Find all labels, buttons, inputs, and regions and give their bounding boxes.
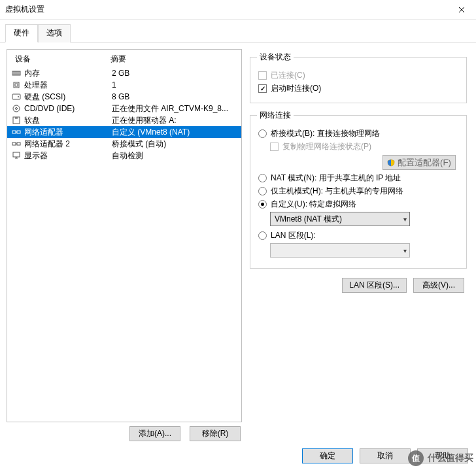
bridged-row[interactable]: 桥接模式(B): 直接连接物理网络 [257,128,460,139]
lanseg-row[interactable]: LAN 区段(L): [257,230,460,241]
svg-rect-8 [15,117,18,119]
hostonly-label: 仅主机模式(H): 与主机共享的专用网络 [271,186,403,197]
device-list-header: 设备 摘要 [7,51,241,67]
connect-poweron-row[interactable]: 启动时连接(O) [257,83,460,94]
device-row[interactable]: 网络适配器自定义 (VMnet8 (NAT) [7,126,241,138]
cd-icon [11,104,22,113]
radio-icon [258,129,267,138]
content-area: 设备 摘要 内存2 GB处理器1硬盘 (SCSI)8 GBCD/DVD (IDE… [0,42,476,441]
svg-rect-3 [12,94,20,99]
device-summary: 8 GB [112,92,240,101]
device-list[interactable]: 内存2 GB处理器1硬盘 (SCSI)8 GBCD/DVD (IDE)正在使用文… [7,67,241,422]
right-panel: 设备状态 已连接(C) 启动时连接(O) 网络连接 桥接模式(B): 直接连接物… [250,49,469,441]
device-status-group: 设备状态 已连接(C) 启动时连接(O) [250,52,467,103]
device-name: 显示器 [24,150,112,161]
display-icon [11,151,22,160]
device-name: 网络适配器 [24,127,112,138]
titlebar: 虚拟机设置 [0,0,476,20]
device-name: 网络适配器 2 [24,139,112,150]
svg-point-4 [18,96,19,97]
device-name: CD/DVD (IDE) [24,104,112,113]
device-summary: 自定义 (VMnet8 (NAT) [112,127,240,138]
right-button-row: LAN 区段(S)... 高级(V)... [250,275,467,293]
net-icon [11,139,22,148]
radio-icon [258,174,267,182]
ok-button[interactable]: 确定 [302,448,353,463]
custom-network-combo[interactable]: VMnet8 (NAT 模式) ▾ [270,212,410,226]
tabs-bar: 硬件 选项 [0,20,476,42]
left-column: 设备 摘要 内存2 GB处理器1硬盘 (SCSI)8 GBCD/DVD (IDE… [7,49,242,441]
header-device: 设备 [11,54,110,65]
chevron-down-icon: ▾ [403,247,407,254]
device-row[interactable]: 处理器1 [7,79,241,91]
disk-icon [11,92,22,101]
device-summary: 1 [112,80,240,90]
lanseg-combo: ▾ [270,243,410,258]
cpu-icon [11,80,22,90]
shield-icon [387,159,395,167]
device-row[interactable]: 硬盘 (SCSI)8 GB [7,91,241,103]
connect-poweron-label: 启动时连接(O) [271,83,321,94]
device-name: 处理器 [24,80,112,91]
remove-button[interactable]: 移除(R) [190,426,241,441]
device-name: 内存 [24,68,112,79]
svg-rect-10 [17,131,20,133]
device-row[interactable]: 软盘正在使用驱动器 A: [7,114,241,126]
memory-icon [11,69,22,78]
device-summary: 2 GB [112,69,240,78]
checkbox-icon [258,84,267,93]
svg-rect-1 [14,82,19,88]
hostonly-row[interactable]: 仅主机模式(H): 与主机共享的专用网络 [257,186,460,197]
bridged-label: 桥接模式(B): 直接连接物理网络 [271,128,380,139]
connected-label: 已连接(C) [271,70,305,81]
device-row[interactable]: 网络适配器 2桥接模式 (自动) [7,138,241,150]
custom-row[interactable]: 自定义(U): 特定虚拟网络 [257,199,460,210]
watermark-text: 什么值得买 [428,452,473,464]
close-icon [458,7,465,13]
custom-network-value: VMnet8 (NAT 模式) [275,214,342,225]
close-button[interactable] [447,0,476,20]
watermark-icon: 值 [408,450,424,466]
nat-label: NAT 模式(N): 用于共享主机的 IP 地址 [271,173,401,184]
device-summary: 正在使用文件 AIR_CTVM-K9_8... [112,103,240,114]
radio-icon [258,231,267,240]
advanced-button[interactable]: 高级(V)... [413,278,464,293]
tab-hardware[interactable]: 硬件 [5,24,38,42]
replicate-label: 复制物理网络连接状态(P) [282,141,371,152]
net-icon [11,127,22,137]
device-summary: 桥接模式 (自动) [112,139,240,150]
device-row[interactable]: 内存2 GB [7,67,241,79]
connected-row[interactable]: 已连接(C) [257,70,460,81]
checkbox-icon [258,71,267,80]
svg-point-6 [16,108,18,110]
device-summary: 自动检测 [112,150,240,161]
device-summary: 正在使用驱动器 A: [112,115,240,126]
replicate-row: 复制物理网络连接状态(P) [269,141,460,152]
lanseg-label: LAN 区段(L): [271,230,316,241]
custom-label: 自定义(U): 特定虚拟网络 [271,199,356,210]
radio-icon [258,200,267,209]
svg-rect-13 [13,152,20,157]
svg-rect-2 [15,84,18,86]
device-panel: 设备 摘要 内存2 GB处理器1硬盘 (SCSI)8 GBCD/DVD (IDE… [7,49,242,422]
svg-rect-12 [17,143,20,145]
svg-rect-11 [12,143,16,145]
lan-segments-button[interactable]: LAN 区段(S)... [342,278,407,293]
add-button[interactable]: 添加(A)... [129,426,180,441]
device-row[interactable]: CD/DVD (IDE)正在使用文件 AIR_CTVM-K9_8... [7,103,241,114]
network-connection-legend: 网络连接 [257,110,294,121]
svg-point-5 [13,105,20,112]
window-title: 虚拟机设置 [5,4,44,15]
configure-adapter-row: 配置适配器(F) [257,155,456,170]
checkbox-icon [270,143,279,151]
network-connection-group: 网络连接 桥接模式(B): 直接连接物理网络 复制物理网络连接状态(P) 配置适… [250,110,467,269]
floppy-icon [11,116,22,125]
tab-options[interactable]: 选项 [38,24,71,42]
header-summary: 摘要 [110,54,237,65]
configure-adapter-label: 配置适配器(F) [398,157,451,169]
configure-adapter-button[interactable]: 配置适配器(F) [382,155,456,170]
device-row[interactable]: 显示器自动检测 [7,150,241,161]
left-button-row: 添加(A)... 移除(R) [7,422,242,441]
cancel-button[interactable]: 取消 [360,448,411,463]
nat-row[interactable]: NAT 模式(N): 用于共享主机的 IP 地址 [257,173,460,184]
